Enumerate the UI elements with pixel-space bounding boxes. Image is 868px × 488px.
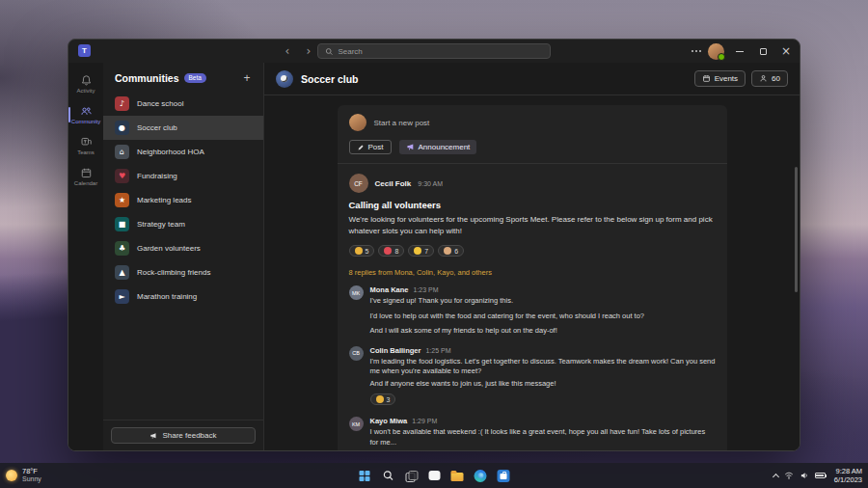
- reaction-thumbs-up[interactable]: 5: [349, 245, 375, 257]
- heart-icon: ♥: [115, 169, 129, 183]
- reply-text: I'd love to help out with the food and c…: [370, 312, 645, 322]
- add-community-button[interactable]: [240, 72, 254, 84]
- announcement-type-button[interactable]: Announcement: [399, 140, 477, 154]
- post-timestamp: 9:30 AM: [418, 180, 443, 187]
- weather-widget[interactable]: 78°F Sunny: [6, 468, 41, 484]
- community-item-fundraising[interactable]: ♥ Fundraising: [103, 164, 263, 188]
- calendar-icon: [80, 167, 93, 179]
- teams-icon: [80, 136, 93, 149]
- back-icon[interactable]: ‹: [281, 44, 294, 58]
- main-panel: Soccer club Events 60: [264, 63, 800, 450]
- rail-item-activity[interactable]: Activity: [68, 70, 103, 97]
- reaction-clap[interactable]: 6: [438, 245, 464, 257]
- reply-kayo: KM Kayo Miwa 1:29 PM I won't be availabl…: [349, 417, 716, 447]
- file-explorer-button[interactable]: [450, 469, 465, 483]
- pencil-icon: [357, 144, 365, 151]
- ellipsis-icon: [692, 50, 693, 52]
- events-button[interactable]: Events: [694, 70, 746, 87]
- feed-scroll-area[interactable]: Start a new post Post Announcement: [264, 95, 800, 450]
- teams-app-icon: T: [78, 44, 91, 57]
- thumbs-up-icon: [376, 395, 384, 403]
- store-button[interactable]: [497, 469, 511, 483]
- taskbar-search-button[interactable]: [381, 469, 395, 483]
- replies-link[interactable]: 8 replies from Mona, Colin, Kayo, and ot…: [349, 268, 716, 277]
- beta-badge: Beta: [184, 73, 206, 83]
- feed-scrollbar[interactable]: [795, 167, 798, 292]
- post: CF Cecil Folk 9:30 AM Calling all volunt…: [338, 164, 727, 450]
- tray-time: 9:28 AM: [835, 467, 862, 475]
- community-item-dance-school[interactable]: ♪ Dance school: [103, 92, 263, 116]
- task-view-button[interactable]: [404, 469, 419, 483]
- reply-avatar[interactable]: KM: [349, 417, 364, 431]
- tray-expand-icon[interactable]: [773, 473, 779, 479]
- search-icon: [382, 470, 393, 481]
- post-title: Calling all volunteers: [349, 200, 716, 210]
- minimize-button[interactable]: [728, 40, 751, 63]
- reaction-laugh[interactable]: 7: [408, 245, 434, 257]
- reply-mona: MK Mona Kane 1:23 PM I've signed up! Tha…: [349, 285, 716, 337]
- composer-avatar: [349, 114, 366, 131]
- share-feedback-button[interactable]: Share feedback: [111, 427, 256, 444]
- reply-timestamp: 1:23 PM: [414, 286, 439, 293]
- community-item-marathon-training[interactable]: ► Marathon training: [103, 285, 263, 309]
- battery-icon[interactable]: [815, 473, 826, 478]
- community-item-garden-volunteers[interactable]: ♣ Garden volunteers: [103, 236, 263, 260]
- chat-button[interactable]: [427, 469, 442, 483]
- volume-icon[interactable]: [800, 471, 809, 480]
- search-input[interactable]: [338, 47, 543, 56]
- mountain-icon: ▲: [115, 265, 129, 280]
- grid-icon: ■: [115, 217, 129, 231]
- rail-item-community[interactable]: Community: [68, 101, 103, 128]
- forward-icon[interactable]: ›: [302, 44, 315, 58]
- close-button[interactable]: ×: [774, 40, 798, 63]
- channel-title: Soccer club: [301, 73, 359, 85]
- reply-author[interactable]: Mona Kane: [370, 285, 409, 294]
- reply-author[interactable]: Colin Ballinger: [370, 346, 421, 355]
- reply-avatar[interactable]: CB: [349, 346, 364, 361]
- new-post-input[interactable]: Start a new post: [374, 119, 430, 127]
- post-author[interactable]: Cecil Folk: [375, 179, 412, 188]
- soccer-club-avatar: [276, 70, 293, 88]
- thumbs-up-icon: [355, 247, 363, 255]
- reply-avatar[interactable]: MK: [349, 285, 364, 300]
- edge-icon: [475, 470, 487, 482]
- dance-school-icon: ♪: [115, 96, 129, 111]
- maximize-icon: [760, 48, 767, 55]
- post-author-avatar[interactable]: CF: [349, 174, 368, 193]
- post-reactions: 5 8 7: [349, 245, 716, 257]
- reply-colin: CB Colin Ballinger 1:25 PM I'm leading t…: [349, 346, 716, 408]
- reply-timestamp: 1:25 PM: [425, 347, 450, 354]
- maximize-button[interactable]: [751, 40, 774, 63]
- community-item-strategy-team[interactable]: ■ Strategy team: [103, 212, 263, 236]
- communities-sidebar: Communities Beta ♪ Dance school ● Soccer…: [103, 63, 264, 450]
- post-type-button[interactable]: Post: [349, 140, 392, 154]
- windows-logo-icon: [360, 471, 370, 481]
- people-icon: [759, 74, 768, 83]
- task-view-icon: [406, 471, 417, 481]
- members-button[interactable]: 60: [751, 70, 788, 87]
- runner-icon: ►: [115, 289, 129, 304]
- desktop-wallpaper: T ‹ › × Activity: [0, 0, 868, 488]
- rail-item-teams[interactable]: Teams: [68, 132, 103, 159]
- reply-author[interactable]: Kayo Miwa: [370, 417, 408, 425]
- teams-window: T ‹ › × Activity: [68, 39, 800, 451]
- search-bar[interactable]: [317, 43, 551, 59]
- edge-button[interactable]: [474, 469, 488, 483]
- clock[interactable]: 9:28 AM 6/1/2023: [834, 467, 862, 484]
- app-rail: Activity Community Teams Calendar: [68, 63, 103, 450]
- wifi-icon[interactable]: [784, 471, 794, 480]
- reaction-heart[interactable]: 8: [378, 245, 404, 257]
- community-item-soccer-club[interactable]: ● Soccer club: [103, 116, 263, 140]
- user-avatar[interactable]: [708, 43, 724, 60]
- community-item-neighborhood-hoa[interactable]: ⌂ Neighborhood HOA: [103, 140, 263, 164]
- community-item-marketing-leads[interactable]: ★ Marketing leads: [103, 188, 263, 212]
- reply-text: I won't be available that weekend :( It …: [370, 427, 716, 447]
- more-options-button[interactable]: [685, 40, 708, 63]
- rail-item-calendar[interactable]: Calendar: [68, 163, 103, 190]
- soccer-club-icon: ●: [115, 121, 129, 135]
- composer: Start a new post Post Announcement: [338, 105, 727, 163]
- start-button[interactable]: [358, 469, 372, 483]
- feed-card: Start a new post Post Announcement: [338, 105, 727, 450]
- community-item-rock-climbing[interactable]: ▲ Rock-climbing friends: [103, 260, 263, 285]
- reply-reaction-thumbs-up[interactable]: 3: [370, 393, 396, 405]
